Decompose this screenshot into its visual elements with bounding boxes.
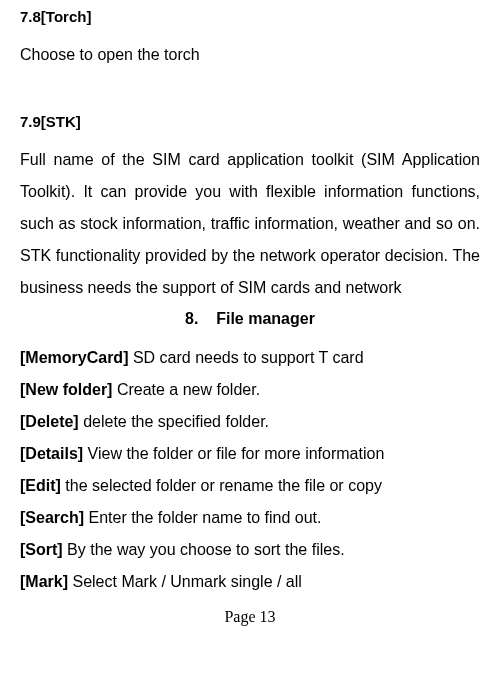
def-text: delete the specified folder. — [79, 413, 269, 430]
def-term: [New folder] — [20, 381, 112, 398]
def-search: [Search] Enter the folder name to find o… — [20, 502, 480, 534]
def-text: the selected folder or rename the file o… — [61, 477, 382, 494]
section-close: ] — [76, 113, 81, 130]
chapter-number: 8. — [185, 310, 198, 327]
def-text: SD card needs to support T card — [128, 349, 363, 366]
def-term: [Mark] — [20, 573, 68, 590]
document-page: 7.8[Torch] Choose to open the torch 7.9[… — [0, 0, 500, 646]
def-text: Create a new folder. — [112, 381, 260, 398]
chapter-8-heading: 8. File manager — [20, 310, 480, 328]
chapter-title: File manager — [216, 310, 315, 327]
section-7-8-body: Choose to open the torch — [20, 39, 480, 71]
def-newfolder: [New folder] Create a new folder. — [20, 374, 480, 406]
section-7-9-heading: 7.9[STK] — [20, 113, 480, 130]
def-term: [Details] — [20, 445, 83, 462]
section-7-8-heading: 7.8[Torch] — [20, 8, 480, 25]
section-title: STK — [46, 113, 76, 130]
def-text: Enter the folder name to find out. — [84, 509, 321, 526]
def-edit: [Edit] the selected folder or rename the… — [20, 470, 480, 502]
section-number: 7.9[ — [20, 113, 46, 130]
def-term: [Search] — [20, 509, 84, 526]
def-mark: [Mark] Select Mark / Unmark single / all — [20, 566, 480, 598]
def-sort: [Sort] By the way you choose to sort the… — [20, 534, 480, 566]
def-text: By the way you choose to sort the files. — [63, 541, 345, 558]
section-title: Torch — [46, 8, 87, 25]
def-term: [MemoryCard] — [20, 349, 128, 366]
section-7-9-body: Full name of the SIM card application to… — [20, 144, 480, 304]
def-term: [Delete] — [20, 413, 79, 430]
def-term: [Edit] — [20, 477, 61, 494]
def-term: [Sort] — [20, 541, 63, 558]
def-text: Select Mark / Unmark single / all — [68, 573, 302, 590]
def-delete: [Delete] delete the specified folder. — [20, 406, 480, 438]
def-details: [Details] View the folder or file for mo… — [20, 438, 480, 470]
section-close: ] — [86, 8, 91, 25]
section-number: 7.8[ — [20, 8, 46, 25]
def-text: View the folder or file for more informa… — [83, 445, 384, 462]
def-memorycard: [MemoryCard] SD card needs to support T … — [20, 342, 480, 374]
page-footer: Page 13 — [20, 608, 480, 626]
